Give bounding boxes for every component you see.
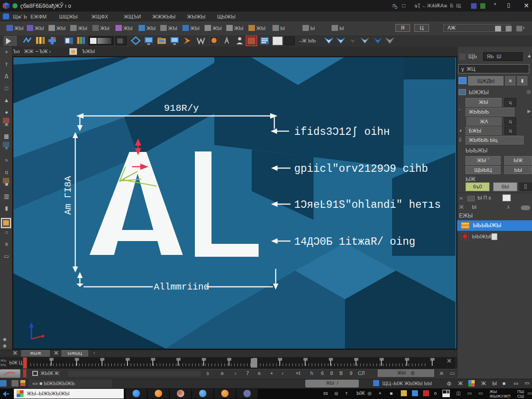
svg-text:gpiicl"orv2129Ɔ9 cihb: gpiicl"orv2129Ɔ9 cihb xyxy=(294,163,428,175)
svg-text:Am ΓI8A: Am ΓI8A xyxy=(63,176,73,215)
svg-text:1ƆяeĿ91S"ohlandi" heтıs: 1ƆяeĿ91S"ohlandi" heтıs xyxy=(294,199,441,211)
svg-text:14ДƆ0Б 1itжaR/ oing: 14ДƆ0Б 1itжaR/ oing xyxy=(294,236,415,248)
svg-text:ifids3Ɔ12ʃ oihʜ: ifids3Ɔ12ʃ oihʜ xyxy=(294,126,390,138)
svg-text:918R/y: 918R/y xyxy=(164,103,199,114)
svg-text:Allmmriind: Allmmriind xyxy=(154,282,209,292)
